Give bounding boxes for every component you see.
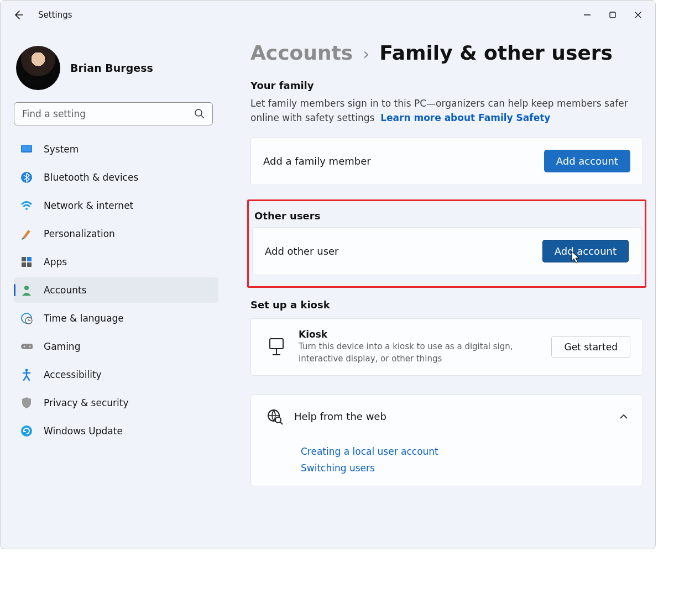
sidebar-item-apps[interactable]: Apps [14,249,218,275]
main-content: Accounts › Family & other users Your fam… [226,29,655,549]
svg-line-25 [280,422,283,424]
family-safety-link[interactable]: Learn more about Family Safety [380,112,550,123]
help-links: Creating a local user account Switching … [251,437,642,486]
help-toggle[interactable]: Help from the web [251,395,642,437]
other-users-highlight: Other users Add other user Add account [247,199,646,288]
svg-rect-9 [27,257,32,261]
breadcrumb: Accounts › Family & other users [250,41,643,64]
family-section-title: Your family [250,80,643,91]
kiosk-get-started-button[interactable]: Get started [551,336,630,358]
back-button[interactable] [7,4,29,26]
maximize-icon [609,11,617,19]
sidebar-item-label: Windows Update [44,425,123,437]
svg-rect-8 [22,257,26,261]
sidebar-item-label: Personalization [44,228,115,239]
sidebar-item-label: Bluetooth & devices [44,172,138,183]
svg-point-7 [25,208,28,210]
avatar [16,46,60,90]
svg-point-2 [195,109,202,116]
sidebar-item-label: Gaming [44,341,80,352]
window-controls [574,4,651,26]
add-other-account-button[interactable]: Add account [542,240,629,262]
display-icon [20,143,33,155]
kiosk-card: Kiosk Turn this device into a kiosk to u… [250,318,643,376]
sidebar-item-gaming[interactable]: Gaming [14,334,218,359]
other-users-section-title: Other users [254,210,641,222]
bluetooth-icon [20,171,33,183]
help-link-create-local-user[interactable]: Creating a local user account [301,446,642,457]
cursor-icon [571,251,581,264]
svg-rect-11 [27,262,32,267]
add-family-account-button[interactable]: Add account [544,150,630,172]
sidebar-item-system[interactable]: System [14,136,218,162]
sidebar-item-label: Privacy & security [44,397,129,408]
svg-point-17 [29,346,31,348]
svg-rect-1 [610,12,615,18]
gamepad-icon [20,340,33,353]
sidebar-item-update[interactable]: Windows Update [14,418,218,444]
apps-icon [20,256,33,268]
add-other-user-label: Add other user [265,245,339,257]
sidebar-item-bluetooth[interactable]: Bluetooth & devices [14,165,218,190]
sidebar-item-label: Time & language [44,313,124,324]
chevron-right-icon: › [363,44,369,64]
sidebar-item-personalization[interactable]: Personalization [14,221,218,246]
svg-point-24 [275,417,281,423]
help-link-switching-users[interactable]: Switching users [301,462,642,474]
svg-rect-10 [22,262,26,267]
window-title: Settings [38,10,72,20]
chevron-up-icon [619,411,628,422]
user-name: Brian Burgess [70,62,153,74]
sidebar-item-time[interactable]: Time & language [14,306,218,331]
title-bar: Settings [1,1,655,29]
breadcrumb-current: Family & other users [379,41,613,64]
wifi-icon [20,199,33,212]
kiosk-description: Turn this device into a kiosk to use as … [299,341,520,365]
add-family-member-card: Add a family member Add account [250,137,643,185]
person-icon [20,284,33,296]
paintbrush-icon [20,228,33,240]
family-section-description: Let family members sign in to this PC—or… [250,97,638,125]
maximize-button[interactable] [600,4,625,26]
kiosk-text: Kiosk Turn this device into a kiosk to u… [299,329,520,365]
svg-line-3 [201,115,204,118]
sidebar-item-accessibility[interactable]: Accessibility [14,362,218,387]
close-icon [634,11,642,19]
shield-icon [20,397,33,409]
sidebar-item-label: Accessibility [44,369,102,380]
sidebar-item-network[interactable]: Network & internet [14,193,218,218]
sidebar-item-accounts[interactable]: Accounts [14,277,218,303]
kiosk-section-title: Set up a kiosk [250,299,643,311]
search-wrap [14,102,213,125]
svg-rect-20 [270,339,283,349]
kiosk-icon [263,338,290,356]
globe-search-icon [265,407,284,426]
minimize-button[interactable] [574,4,600,26]
clock-globe-icon [20,312,33,324]
search-icon [194,108,205,119]
sidebar-item-label: Network & internet [44,200,133,211]
svg-point-19 [21,425,32,437]
svg-point-12 [24,286,29,290]
arrow-left-icon [13,9,24,20]
minimize-icon [583,11,591,19]
svg-point-16 [24,346,25,348]
help-card: Help from the web Creating a local user … [250,395,643,486]
svg-rect-5 [22,145,32,151]
search-input[interactable] [14,102,213,125]
sidebar-item-label: Apps [44,256,67,267]
svg-rect-15 [21,344,33,349]
update-icon [20,425,33,437]
sidebar-item-label: System [44,144,79,155]
breadcrumb-parent[interactable]: Accounts [250,41,353,64]
sidebar-item-label: Accounts [44,285,87,296]
add-family-member-label: Add a family member [263,155,371,167]
settings-window: Settings Brian Burgess [0,0,656,549]
kiosk-title: Kiosk [299,329,520,340]
accessibility-icon [20,369,33,381]
user-profile[interactable]: Brian Burgess [16,46,221,90]
close-button[interactable] [625,4,651,26]
sidebar: Brian Burgess System Bluetooth & devices… [5,29,226,549]
sidebar-item-privacy[interactable]: Privacy & security [14,390,218,416]
help-title: Help from the web [294,411,386,422]
